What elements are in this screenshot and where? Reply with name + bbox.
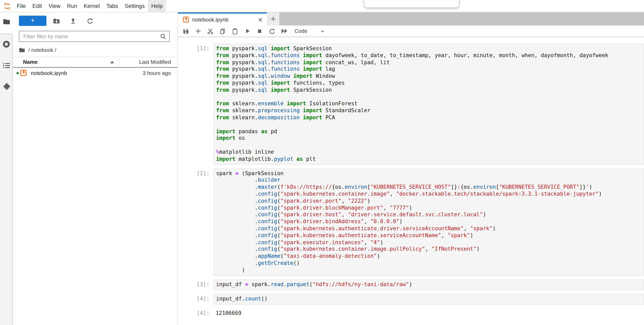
breadcrumb[interactable]: / notebook /: [19, 46, 56, 54]
folder-icon: [3, 18, 10, 24]
code-cell-1: [1]: from pyspark.sql import SparkSessio…: [178, 44, 644, 165]
plus-icon: [270, 16, 276, 22]
cell-output-prompt: [4]:: [178, 308, 214, 317]
notebook-scroll-area[interactable]: [1]: from pyspark.sql import SparkSessio…: [178, 38, 644, 325]
jupyter-logo-icon: [3, 2, 11, 11]
code-cell-2: [2]: spark = (SparkSession .builder .mas…: [178, 168, 644, 276]
run-icon: [244, 28, 250, 34]
sidebar-item-running-sessions[interactable]: [0, 40, 13, 48]
stop-icon: [257, 28, 262, 34]
tab-label: notebook.ipynb: [192, 17, 228, 23]
cell-editor[interactable]: input_df.count(): [214, 294, 644, 304]
menu-bar: File Edit View Run Kernel Tabs Settings …: [0, 0, 644, 12]
save-icon: [182, 28, 189, 34]
tab-close-button[interactable]: [258, 17, 263, 22]
tab-notebook-ipynb[interactable]: notebook.ipynb: [178, 12, 267, 26]
copy-icon: [219, 28, 226, 34]
upload-button[interactable]: [68, 16, 78, 26]
cell-editor[interactable]: from pyspark.sql import SparkSessionfrom…: [214, 44, 644, 165]
menu-settings[interactable]: Settings: [122, 0, 148, 12]
kernel-running-dot: [16, 72, 19, 74]
output-cell-4: [4]: 12106669: [178, 308, 644, 317]
new-folder-button[interactable]: [51, 16, 62, 26]
menu-run[interactable]: Run: [64, 0, 80, 12]
fast-forward-icon: [281, 28, 288, 34]
refresh-button[interactable]: [84, 16, 95, 26]
list-icon: [3, 63, 10, 69]
plus-icon: [195, 28, 201, 34]
file-name: notebook.ipynb: [31, 70, 67, 76]
menu-help[interactable]: Help: [148, 0, 166, 12]
sort-ascending-icon: [110, 61, 114, 63]
cell-input-prompt: [3]:: [178, 279, 214, 290]
refresh-icon: [86, 18, 93, 24]
menu-kernel[interactable]: Kernel: [80, 0, 103, 12]
interrupt-kernel-button[interactable]: [254, 25, 266, 37]
upload-icon: [70, 18, 76, 24]
restart-icon: [269, 28, 275, 34]
sidebar-item-file-browser[interactable]: [0, 17, 13, 26]
run-cell-button[interactable]: [241, 25, 254, 37]
copy-cells-button[interactable]: [216, 25, 229, 37]
paste-cells-button[interactable]: [229, 25, 241, 37]
menu-tabs[interactable]: Tabs: [103, 0, 121, 12]
cell-type-dropdown[interactable]: Code: [294, 28, 307, 34]
column-header-last-modified[interactable]: Last Modified: [139, 59, 171, 65]
menu-edit[interactable]: Edit: [29, 0, 45, 12]
restart-run-all-button[interactable]: [278, 25, 290, 37]
new-launcher-button[interactable]: +: [19, 16, 46, 26]
sidebar-item-table-of-contents[interactable]: [0, 63, 13, 69]
cell-editor[interactable]: spark = (SparkSession .builder .master(f…: [214, 168, 644, 276]
search-icon: [160, 33, 166, 40]
puzzle-icon: [3, 83, 10, 90]
cell-input-prompt: [4]:: [178, 294, 214, 304]
restart-kernel-button[interactable]: [266, 25, 278, 37]
paste-icon: [232, 28, 238, 34]
left-sidebar-background: [0, 34, 13, 325]
cell-editor[interactable]: input_df = spark.read.parquet("hdfs://hd…: [214, 279, 644, 290]
new-tab-button[interactable]: [267, 12, 280, 26]
column-divider: [119, 58, 120, 66]
github-popup: github.com: [364, 0, 459, 8]
menu-view[interactable]: View: [45, 0, 64, 12]
save-button[interactable]: [180, 25, 192, 37]
cell-input-prompt: [1]:: [178, 44, 214, 165]
file-filter-input[interactable]: [19, 31, 169, 42]
scissors-icon: [207, 28, 214, 34]
notebook-file-icon: [183, 17, 189, 23]
stop-circle-icon: [2, 40, 10, 48]
left-sidebar-strip: [0, 12, 13, 325]
file-modified: 3 hours ago: [143, 70, 171, 76]
notebook-file-icon: [20, 70, 26, 76]
chevron-down-icon: [320, 28, 325, 34]
file-browser-panel: +: [13, 12, 178, 325]
code-cell-4: [4]: input_df.count(): [178, 294, 644, 304]
jupyterlab-window: File Edit View Run Kernel Tabs Settings …: [0, 0, 644, 325]
sidebar-item-extension-manager[interactable]: [0, 83, 13, 90]
close-icon: [258, 17, 263, 22]
file-filter-box: [19, 31, 170, 42]
column-header-name[interactable]: Name: [23, 59, 38, 65]
code-cell-3: [3]: input_df = spark.read.parquet("hdfs…: [178, 279, 644, 290]
cell-input-prompt: [2]:: [178, 168, 214, 276]
cut-cells-button[interactable]: [204, 25, 216, 37]
file-row-notebook[interactable]: notebook.ipynb 3 hours ago: [13, 68, 178, 78]
breadcrumb-path: / notebook /: [28, 47, 56, 53]
home-folder-icon: [19, 47, 25, 52]
file-list-header: Name Last Modified: [13, 57, 178, 68]
tab-bar: notebook.ipynb: [178, 12, 644, 26]
insert-cell-button[interactable]: [192, 25, 204, 37]
cell-output: 12106669: [214, 308, 644, 317]
notebook-toolbar: Code: [178, 26, 644, 37]
new-folder-icon: [53, 18, 60, 24]
menu-file[interactable]: File: [14, 0, 29, 12]
